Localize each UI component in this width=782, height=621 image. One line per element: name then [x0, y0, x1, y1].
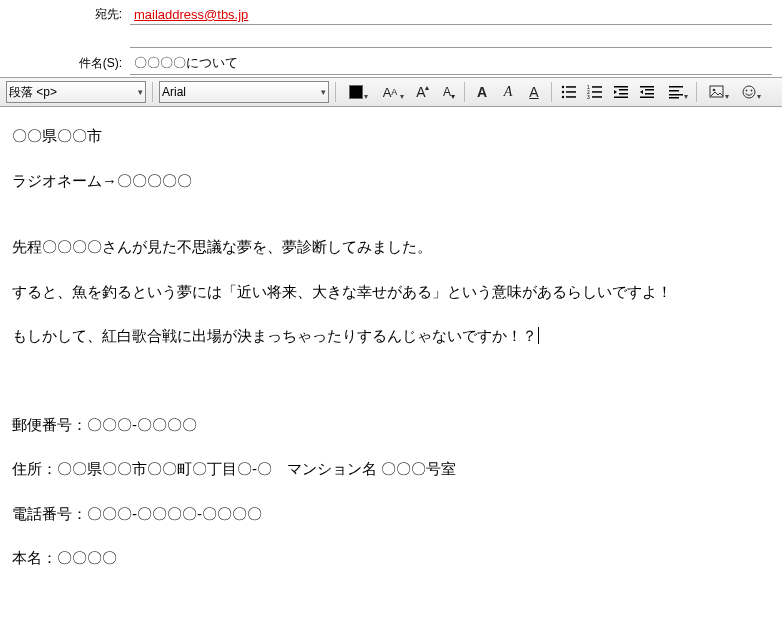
svg-point-30	[751, 90, 753, 92]
font-size-button[interactable]: AA ▾	[374, 81, 406, 103]
separator	[335, 82, 336, 102]
svg-rect-16	[614, 97, 628, 99]
text-cursor	[537, 327, 539, 344]
svg-rect-22	[669, 86, 683, 88]
svg-rect-11	[592, 96, 602, 98]
subject-value: 〇〇〇〇について	[134, 55, 238, 70]
svg-rect-23	[669, 90, 679, 92]
indent-button[interactable]	[636, 81, 658, 103]
numbered-list-icon: 123	[587, 84, 603, 100]
italic-button[interactable]: A	[497, 81, 519, 103]
svg-rect-5	[566, 96, 576, 98]
svg-rect-19	[645, 89, 654, 91]
message-body-editor[interactable]: 〇〇県〇〇市 ラジオネーム→〇〇〇〇〇 先程〇〇〇〇さんが見た不思議な夢を、夢診…	[0, 107, 782, 588]
svg-text:3: 3	[587, 94, 590, 100]
paragraph-style-value: 段落 <p>	[9, 84, 57, 101]
body-line: 〇〇県〇〇市	[12, 125, 770, 148]
separator	[551, 82, 552, 102]
svg-rect-14	[619, 89, 628, 91]
chevron-down-icon: ▾	[138, 87, 143, 97]
paragraph-style-dropdown[interactable]: 段落 <p> ▾	[6, 81, 146, 103]
underline-button[interactable]: A	[523, 81, 545, 103]
svg-rect-9	[592, 91, 602, 93]
chevron-down-icon: ▾	[725, 92, 729, 101]
svg-marker-13	[614, 90, 617, 94]
chevron-down-icon: ▾	[321, 87, 326, 97]
align-menu-button[interactable]: ▾	[662, 81, 690, 103]
subject-label: 件名(S):	[0, 55, 130, 72]
align-icon	[668, 84, 684, 100]
svg-rect-20	[645, 93, 654, 95]
svg-rect-24	[669, 94, 683, 96]
svg-rect-25	[669, 97, 679, 99]
svg-point-2	[562, 91, 564, 93]
color-swatch-icon	[349, 85, 363, 99]
cc-field[interactable]	[130, 28, 772, 48]
body-line: 住所：〇〇県〇〇市〇〇町〇丁目〇-〇 マンション名 〇〇〇号室	[12, 458, 770, 481]
outdent-icon	[613, 84, 629, 100]
smiley-icon	[741, 84, 757, 100]
text-color-button[interactable]: ▾	[342, 81, 370, 103]
svg-point-4	[562, 96, 564, 98]
svg-rect-7	[592, 86, 602, 88]
body-line: もしかして、紅白歌合戦に出場が決まっちゃったりするんじゃないですか！？	[12, 325, 770, 348]
subject-field[interactable]: 〇〇〇〇について	[130, 51, 772, 75]
font-family-dropdown[interactable]: Arial ▾	[159, 81, 329, 103]
body-line: 電話番号：〇〇〇-〇〇〇〇-〇〇〇〇	[12, 503, 770, 526]
increase-font-button[interactable]: A▴	[410, 81, 432, 103]
bullet-list-button[interactable]	[558, 81, 580, 103]
image-icon	[709, 84, 725, 100]
svg-rect-17	[640, 86, 654, 88]
svg-point-29	[746, 90, 748, 92]
bold-button[interactable]: A	[471, 81, 493, 103]
to-field[interactable]: mailaddress@tbs.jp	[130, 4, 772, 25]
svg-rect-21	[640, 97, 654, 99]
separator	[152, 82, 153, 102]
outdent-button[interactable]	[610, 81, 632, 103]
format-toolbar: 段落 <p> ▾ Arial ▾ ▾ AA ▾ A▴ A▾ A A A 123 …	[0, 77, 782, 107]
separator	[696, 82, 697, 102]
body-line: 郵便番号：〇〇〇-〇〇〇〇	[12, 414, 770, 437]
chevron-down-icon: ▾	[684, 92, 688, 101]
svg-marker-18	[640, 90, 643, 94]
bullet-list-icon	[561, 84, 577, 100]
body-line: 本名：〇〇〇〇	[12, 547, 770, 570]
indent-icon	[639, 84, 655, 100]
font-family-value: Arial	[162, 85, 186, 99]
separator	[464, 82, 465, 102]
decrease-font-button[interactable]: A▾	[436, 81, 458, 103]
svg-rect-12	[614, 86, 628, 88]
insert-image-button[interactable]: ▾	[703, 81, 731, 103]
numbered-list-button[interactable]: 123	[584, 81, 606, 103]
svg-rect-3	[566, 91, 576, 93]
body-line: ラジオネーム→〇〇〇〇〇	[12, 170, 770, 193]
to-value: mailaddress@tbs.jp	[134, 7, 248, 22]
chevron-down-icon: ▾	[400, 92, 404, 101]
svg-point-28	[743, 86, 755, 98]
chevron-down-icon: ▾	[364, 92, 368, 101]
svg-rect-1	[566, 86, 576, 88]
body-line: すると、魚を釣るという夢には「近い将来、大きな幸せがある」という意味があるらしい…	[12, 281, 770, 304]
svg-rect-15	[619, 93, 628, 95]
chevron-down-icon: ▾	[757, 92, 761, 101]
body-line: 先程〇〇〇〇さんが見た不思議な夢を、夢診断してみました。	[12, 236, 770, 259]
svg-point-27	[713, 89, 716, 92]
to-label: 宛先:	[0, 6, 130, 23]
emoji-button[interactable]: ▾	[735, 81, 763, 103]
svg-point-0	[562, 86, 564, 88]
